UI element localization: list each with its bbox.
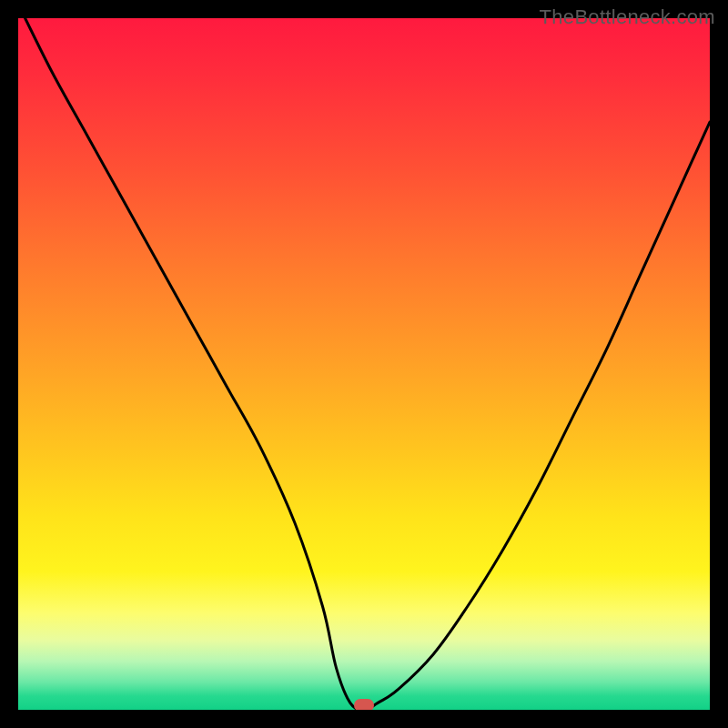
plot-area [18, 18, 710, 710]
watermark-text: TheBottleneck.com [540, 5, 715, 29]
optimal-point-marker [354, 699, 374, 710]
chart-frame: TheBottleneck.com [0, 0, 728, 728]
bottleneck-curve [18, 18, 710, 710]
